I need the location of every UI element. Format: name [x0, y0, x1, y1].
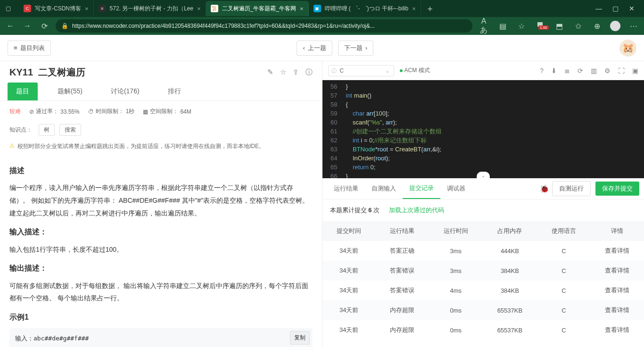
page-topbar: ≡题目列表 ‹上一题 下一题› 🐹: [0, 35, 644, 61]
window-close-icon[interactable]: ✕: [629, 5, 635, 12]
close-tab-icon[interactable]: ×: [197, 5, 201, 12]
bug-icon[interactable]: 🐞: [540, 184, 549, 193]
collapse-editor-icon[interactable]: ⌄: [477, 172, 490, 178]
self-test-button[interactable]: 自测运行: [552, 181, 591, 196]
problem-code: KY11: [9, 67, 33, 77]
table-header: 运行时间: [429, 221, 482, 241]
example-in-label: 输入：: [15, 335, 33, 342]
output-text: 可能有多组测试数据，对于每组数据， 输出将输入字符串建立二叉树后中序遍历的序列，…: [9, 280, 313, 305]
star-icon[interactable]: ☆: [280, 68, 286, 77]
more-icon[interactable]: ⋯: [628, 22, 639, 31]
info-icon[interactable]: ⓘ: [305, 68, 313, 77]
favorites-icon[interactable]: ☆: [516, 22, 527, 31]
difficulty-label: 较难: [9, 107, 21, 116]
view-detail-link[interactable]: 查看详情: [605, 267, 629, 274]
browser-tab[interactable]: C写文章-CSDN博客×: [19, 1, 94, 16]
nav-reload-icon[interactable]: ⟳: [39, 22, 50, 31]
problem-list-button[interactable]: ≡题目列表: [8, 41, 51, 56]
table-row: 34天前答案错误4ms384KBC查看详情: [322, 281, 644, 300]
result-tab[interactable]: 调试器: [440, 179, 472, 198]
layout-icon[interactable]: ▥: [591, 67, 597, 74]
next-problem-button[interactable]: 下一题›: [338, 41, 373, 56]
input-heading: 输入描述：: [9, 225, 313, 239]
extension2-icon[interactable]: ⬒: [553, 22, 565, 31]
problem-tab[interactable]: 题目: [8, 83, 38, 100]
result-tab[interactable]: 提交记录: [403, 178, 440, 199]
tags-label: 知识点：: [9, 126, 32, 134]
download-icon[interactable]: ⬇: [551, 67, 557, 74]
read-aloud-icon[interactable]: Aあ: [478, 17, 489, 35]
table-header: 提交时间: [322, 221, 376, 241]
help-icon[interactable]: ?: [540, 67, 544, 74]
editor-toolbar: C ACM 模式 ? ⬇ ≣ ⟳ ▥ ⚙ ⛶ ▣: [322, 61, 644, 80]
new-tab-button[interactable]: ＋: [421, 3, 439, 14]
fullscreen-icon[interactable]: ⛶: [618, 67, 625, 74]
sidebar-toggle-icon[interactable]: ▢: [4, 4, 12, 13]
problem-tab[interactable]: 讨论(176): [102, 83, 148, 100]
table-header: 运行结果: [376, 221, 429, 241]
format-icon[interactable]: ≣: [564, 67, 570, 74]
view-detail-link[interactable]: 查看详情: [605, 326, 629, 333]
share-icon[interactable]: ⇪: [293, 68, 299, 77]
problem-tab[interactable]: 排行: [159, 83, 190, 100]
browser-tab[interactable]: ≡572. 另一棵树的子树 - 力扣（Lee×: [94, 1, 206, 16]
input-text: 输入包括1行字符串，长度不超过100。: [9, 243, 313, 256]
load-last-pass-link[interactable]: 加载上次通过的代码: [389, 206, 444, 215]
view-detail-link[interactable]: 查看详情: [605, 287, 629, 294]
table-row: 34天前答案错误3ms384KBC查看详情: [322, 261, 644, 281]
nav-back-icon[interactable]: ←: [5, 22, 16, 30]
extension-icon[interactable]: ⛊: [535, 22, 546, 30]
popout-icon[interactable]: ▣: [632, 67, 638, 74]
problem-content: 描述 编一个程序，读入用户输入的一串先序遍历字符串，根据此字符串建立一个二叉树（…: [0, 158, 322, 347]
table-header: 详情: [591, 221, 644, 241]
problem-tabs: 题目题解(55)讨论(176)排行: [0, 83, 322, 101]
submit-button[interactable]: 保存并提交: [595, 182, 639, 196]
desc-text: 编一个程序，读入用户输入的一串先序遍历字符串，根据此字符串建立一个二叉树（以指针…: [9, 182, 313, 219]
url-text: https://www.nowcoder.com/practice/4b9120…: [72, 23, 375, 29]
address-bar[interactable]: 🔒 https://www.nowcoder.com/practice/4b91…: [56, 19, 472, 33]
code-editor[interactable]: 5657585960616263646566 } int main() { ch…: [322, 80, 644, 178]
problem-tab[interactable]: 题解(55): [49, 83, 91, 100]
avatar[interactable]: 🐹: [619, 40, 636, 57]
tag-chip[interactable]: 搜索: [59, 124, 81, 136]
settings-icon[interactable]: ⚙: [604, 67, 611, 74]
language-select[interactable]: C: [328, 65, 394, 76]
desc-heading: 描述: [9, 164, 313, 178]
close-tab-icon[interactable]: ×: [85, 5, 89, 12]
browser-toolbar: ← → ⟳ 🔒 https://www.nowcoder.com/practic…: [0, 17, 644, 35]
output-heading: 输出描述：: [9, 261, 313, 275]
submit-count: 本题累计提交 6 次: [330, 206, 380, 215]
lock-icon: 🔒: [61, 23, 68, 29]
example-heading: 示例1: [9, 310, 313, 324]
submission-history: 本题累计提交 6 次 加载上次通过的代码 提交时间运行结果运行时间占用内存使用语…: [322, 199, 644, 347]
result-tab[interactable]: 自测输入: [365, 179, 403, 198]
chip-icon: ▦: [143, 108, 148, 115]
edit-icon[interactable]: ✎: [267, 68, 273, 77]
table-row: 34天前内存超限0ms65537KBC查看详情: [322, 320, 644, 340]
browser-titlebar: ▢ C写文章-CSDN博客×≡572. 另一棵树的子树 - 力扣（Lee×📜二叉…: [0, 0, 644, 17]
browser-tab[interactable]: ▣哔哩哔哩 ( ゜- ゜)つロ 干杯~-bilib×: [309, 1, 421, 16]
warn-text: 校招时部分企业笔试将禁止编程题跳出页面，为提前适应，练习时请使用在线自测，而非本…: [17, 142, 264, 150]
reset-icon[interactable]: ⟳: [578, 67, 583, 74]
close-tab-icon[interactable]: ×: [300, 5, 304, 12]
view-detail-link[interactable]: 查看详情: [605, 247, 629, 254]
mode-label: ACM 模式: [400, 66, 430, 74]
copy-input-button[interactable]: 复制: [290, 331, 310, 345]
favorites-bar-icon[interactable]: ✩: [572, 22, 584, 31]
collections-icon[interactable]: ▤: [497, 22, 508, 31]
result-tab[interactable]: 运行结果: [327, 179, 365, 198]
browser-tab[interactable]: 📜二叉树遍历_牛客题霸_牛客网×: [206, 1, 309, 16]
view-detail-link[interactable]: 查看详情: [605, 306, 629, 314]
window-minimize-icon[interactable]: —: [595, 5, 602, 12]
table-row: 34天前答案正确3ms444KBC查看详情: [322, 241, 644, 261]
warn-icon: ⚠: [9, 142, 15, 150]
close-tab-icon[interactable]: ×: [412, 5, 416, 12]
problem-meta: 较难 ⊘通过率：33.55% ⏱时间限制：1秒 ▦空间限制：64M: [0, 101, 322, 122]
prev-problem-button[interactable]: ‹上一题: [297, 41, 332, 56]
table-row: 34天前内存超限0ms65537KBC查看详情: [322, 300, 644, 320]
tag-chip[interactable]: 树: [39, 124, 55, 136]
window-maximize-icon[interactable]: ▢: [612, 5, 619, 12]
nav-forward-icon[interactable]: →: [22, 22, 33, 30]
profile-icon[interactable]: [610, 21, 620, 31]
collections2-icon[interactable]: ⊕: [591, 22, 603, 31]
